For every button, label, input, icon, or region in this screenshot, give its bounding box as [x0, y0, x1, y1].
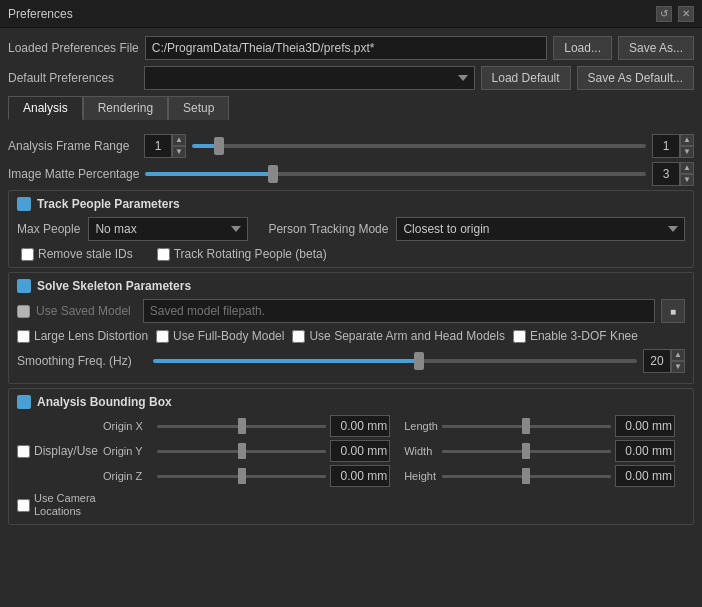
- display-use-row: Display/Use: [17, 444, 97, 458]
- use-saved-model-label: Use Saved Model: [36, 304, 131, 318]
- tab-analysis[interactable]: Analysis: [8, 96, 83, 120]
- track-rotating-checkbox[interactable]: [157, 248, 170, 261]
- frame-range-min-input[interactable]: [144, 134, 172, 158]
- analysis-frame-range-label: Analysis Frame Range: [8, 139, 138, 153]
- width-slider[interactable]: [442, 450, 611, 453]
- load-button[interactable]: Load...: [553, 36, 612, 60]
- origin-x-label: Origin X: [103, 420, 153, 432]
- image-matte-row: Image Matte Percentage ▲ ▼: [8, 162, 694, 186]
- track-people-header: Track People Parameters: [17, 197, 685, 211]
- width-label: Width: [404, 445, 438, 457]
- origin-y-slider[interactable]: [157, 450, 326, 453]
- image-matte-label: Image Matte Percentage: [8, 167, 139, 181]
- enable-3dof-label: Enable 3-DOF Knee: [530, 329, 638, 343]
- smoothing-slider[interactable]: [153, 359, 637, 363]
- bounding-box-header: Analysis Bounding Box: [17, 395, 685, 409]
- tab-rendering[interactable]: Rendering: [83, 96, 168, 120]
- load-default-button[interactable]: Load Default: [481, 66, 571, 90]
- tab-setup[interactable]: Setup: [168, 96, 229, 120]
- length-label: Length: [404, 420, 438, 432]
- bounding-box-indicator: [17, 395, 31, 409]
- window-title: Preferences: [8, 7, 73, 21]
- window: Preferences ↺ ✕ Loaded Preferences File …: [0, 0, 702, 541]
- close-button[interactable]: ✕: [678, 6, 694, 22]
- use-camera-checkbox[interactable]: [17, 499, 30, 512]
- max-people-label: Max People: [17, 222, 80, 236]
- save-as-default-button[interactable]: Save As Default...: [577, 66, 694, 90]
- frame-range-min-spinbox: ▲ ▼: [144, 134, 186, 158]
- full-body-checkbox[interactable]: [156, 330, 169, 343]
- width-input[interactable]: [615, 440, 675, 462]
- origin-x-input[interactable]: [330, 415, 390, 437]
- title-bar-buttons: ↺ ✕: [656, 6, 694, 22]
- save-as-button[interactable]: Save As...: [618, 36, 694, 60]
- large-lens-checkbox[interactable]: [17, 330, 30, 343]
- title-bar: Preferences ↺ ✕: [0, 0, 702, 28]
- loaded-preferences-input[interactable]: [145, 36, 548, 60]
- enable-3dof-row: Enable 3-DOF Knee: [513, 329, 638, 343]
- separate-arm-label: Use Separate Arm and Head Models: [309, 329, 504, 343]
- origin-y-input[interactable]: [330, 440, 390, 462]
- default-preferences-row: Default Preferences Load Default Save As…: [8, 66, 694, 90]
- separate-arm-checkbox[interactable]: [292, 330, 305, 343]
- bounding-box-label: Analysis Bounding Box: [37, 395, 172, 409]
- height-label: Height: [404, 470, 438, 482]
- refresh-button[interactable]: ↺: [656, 6, 672, 22]
- max-people-dropdown[interactable]: No max: [88, 217, 248, 241]
- remove-stale-ids-label: Remove stale IDs: [38, 247, 133, 261]
- origin-z-label: Origin Z: [103, 470, 153, 482]
- display-use-checkbox[interactable]: [17, 445, 30, 458]
- origin-x-slider[interactable]: [157, 425, 326, 428]
- remove-stale-ids-checkbox[interactable]: [21, 248, 34, 261]
- full-body-row: Use Full-Body Model: [156, 329, 284, 343]
- enable-3dof-checkbox[interactable]: [513, 330, 526, 343]
- loaded-preferences-label: Loaded Preferences File: [8, 41, 139, 55]
- origin-y-label: Origin Y: [103, 445, 153, 457]
- saved-model-input[interactable]: [143, 299, 655, 323]
- track-people-indicator: [17, 197, 31, 211]
- saved-model-row: Use Saved Model ■: [17, 299, 685, 323]
- image-matte-input[interactable]: [652, 162, 680, 186]
- analysis-frame-range-slider[interactable]: [192, 144, 646, 148]
- smoothing-row: Smoothing Freq. (Hz) ▲ ▼: [17, 349, 685, 373]
- track-rotating-row: Track Rotating People (beta): [157, 247, 327, 261]
- tabs: Analysis Rendering Setup: [8, 96, 694, 120]
- frame-range-max-up[interactable]: ▲: [680, 134, 694, 146]
- default-preferences-dropdown[interactable]: [144, 66, 475, 90]
- use-saved-model-checkbox[interactable]: [17, 305, 30, 318]
- image-matte-spinbox: ▲ ▼: [652, 162, 694, 186]
- loaded-preferences-row: Loaded Preferences File Load... Save As.…: [8, 36, 694, 60]
- analysis-frame-range-row: Analysis Frame Range ▲ ▼ ▲ ▼: [8, 134, 694, 158]
- browse-button[interactable]: ■: [661, 299, 685, 323]
- length-slider[interactable]: [442, 425, 611, 428]
- skeleton-options-row: Large Lens Distortion Use Full-Body Mode…: [17, 329, 685, 343]
- origin-z-slider[interactable]: [157, 475, 326, 478]
- use-camera-label: Use Camera Locations: [34, 492, 97, 518]
- image-matte-slider[interactable]: [145, 172, 646, 176]
- smoothing-spinbox: ▲ ▼: [643, 349, 685, 373]
- height-slider[interactable]: [442, 475, 611, 478]
- frame-range-min-down[interactable]: ▼: [172, 146, 186, 158]
- origin-z-input[interactable]: [330, 465, 390, 487]
- height-input[interactable]: [615, 465, 675, 487]
- smoothing-up[interactable]: ▲: [671, 349, 685, 361]
- tracking-mode-dropdown[interactable]: Closest to origin: [396, 217, 685, 241]
- smoothing-input[interactable]: [643, 349, 671, 373]
- large-lens-row: Large Lens Distortion: [17, 329, 148, 343]
- large-lens-label: Large Lens Distortion: [34, 329, 148, 343]
- frame-range-max-down[interactable]: ▼: [680, 146, 694, 158]
- frame-range-max-input[interactable]: [652, 134, 680, 158]
- smoothing-spinbtns: ▲ ▼: [671, 349, 685, 373]
- length-input[interactable]: [615, 415, 675, 437]
- smoothing-down[interactable]: ▼: [671, 361, 685, 373]
- solve-skeleton-indicator: [17, 279, 31, 293]
- image-matte-spinbtns: ▲ ▼: [680, 162, 694, 186]
- image-matte-up[interactable]: ▲: [680, 162, 694, 174]
- solve-skeleton-label: Solve Skeleton Parameters: [37, 279, 191, 293]
- solve-skeleton-header: Solve Skeleton Parameters: [17, 279, 685, 293]
- separate-arm-row: Use Separate Arm and Head Models: [292, 329, 504, 343]
- frame-range-min-up[interactable]: ▲: [172, 134, 186, 146]
- track-people-section: Track People Parameters Max People No ma…: [8, 190, 694, 268]
- image-matte-down[interactable]: ▼: [680, 174, 694, 186]
- frame-range-max-spinbtns: ▲ ▼: [680, 134, 694, 158]
